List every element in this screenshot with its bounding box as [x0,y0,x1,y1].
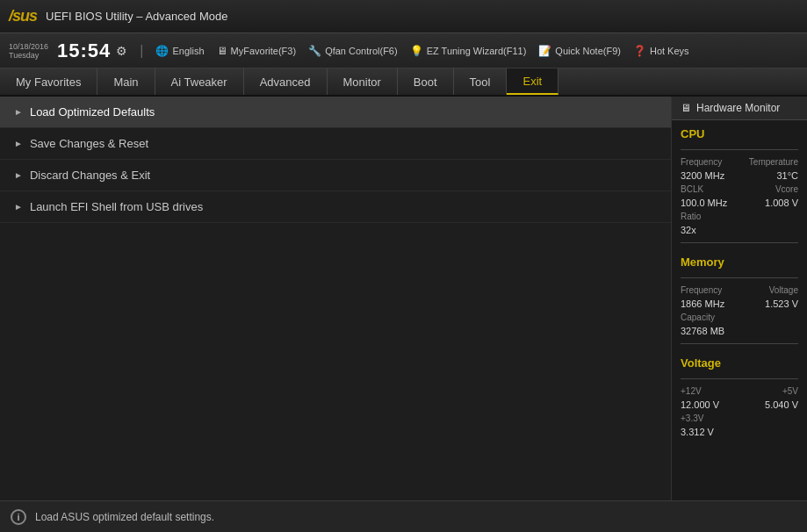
hw-row: Frequency Temperature [672,155,807,169]
status-bar: i Load ASUS optimized default settings. [0,500,807,532]
language-button[interactable]: 🌐 English [155,45,204,57]
hw-bclk-value: 100.0 MHz [681,198,727,208]
monitor-hw-icon: 🖥 [681,102,691,114]
hw-temp-label: Temperature [749,157,798,167]
nav-exit[interactable]: Exit [507,68,558,95]
question-icon: ❓ [633,45,646,57]
hw-33v-label: +3.3V [681,413,703,423]
hw-5v-label: +5V [782,386,798,396]
asus-logo: /sus [9,7,37,25]
hw-row: 32768 MB [672,324,807,338]
note-icon: 📝 [538,45,551,57]
hw-bclk-label: BCLK [681,184,703,194]
hw-cpu-label: CPU [672,120,807,144]
hw-temp-value: 31°C [776,170,798,181]
hw-divider [681,343,798,344]
hw-33v-value: 3.312 V [681,427,714,437]
hw-voltage-label: Voltage [672,349,807,373]
hw-freq-label: Frequency [681,157,722,167]
hw-mem-volt-value: 1.523 V [765,298,798,309]
content-area: ► Load Optimized Defaults ► Save Changes… [0,97,671,500]
hw-monitor-header: 🖥 Hardware Monitor [672,97,807,120]
nav-ai-tweaker[interactable]: Ai Tweaker [155,68,244,95]
header-bar: /sus UEFI BIOS Utility – Advanced Mode [0,0,807,33]
info-bar: 10/18/2016 Tuesday 15:54 ⚙ | 🌐 English 🖥… [0,33,807,68]
arrow-icon: ► [14,139,23,148]
clock-gear-icon[interactable]: ⚙ [116,44,127,58]
clock: 15:54 [57,40,111,62]
quick-note-button[interactable]: 📝 Quick Note(F9) [538,45,621,57]
hw-12v-label: +12V [681,386,702,396]
hw-vcore-label: Vcore [775,184,798,194]
hw-mem-freq-value: 1866 MHz [681,298,724,309]
hw-row: +12V +5V [672,385,807,398]
separator: | [140,43,143,59]
hw-5v-value: 5.040 V [765,399,798,410]
hw-divider [681,378,798,379]
navbar: My Favorites Main Ai Tweaker Advanced Mo… [0,68,807,97]
hw-row: +3.3V [672,412,807,425]
hw-memory-label: Memory [672,248,807,272]
hw-row: 3.312 V [672,425,807,439]
menu-item-discard-exit[interactable]: ► Discard Changes & Exit [0,160,671,191]
hw-mem-cap-label: Capacity [681,313,715,322]
hw-divider [681,149,798,150]
monitor-icon: 🖥 [217,45,227,57]
nav-tool[interactable]: Tool [454,68,508,95]
bulb-icon: 💡 [410,45,423,57]
hw-mem-cap-value: 32768 MB [681,326,724,336]
hw-row: 3200 MHz 31°C [672,169,807,183]
nav-my-favorites[interactable]: My Favorites [0,68,97,95]
hardware-monitor: 🖥 Hardware Monitor CPU Frequency Tempera… [671,97,807,500]
arrow-icon: ► [14,107,23,117]
hw-row: 100.0 MHz 1.008 V [672,196,807,210]
hw-freq-value: 3200 MHz [681,170,724,181]
nav-boot[interactable]: Boot [398,68,454,95]
hw-row: 12.000 V 5.040 V [672,398,807,412]
status-message: Load ASUS optimized default settings. [35,511,214,523]
hot-keys-button[interactable]: ❓ Hot Keys [633,45,689,57]
arrow-icon: ► [14,170,23,180]
hw-row: 1866 MHz 1.523 V [672,297,807,311]
hw-row: Frequency Voltage [672,284,807,297]
hw-mem-freq-label: Frequency [681,285,722,295]
hw-12v-value: 12.000 V [681,399,719,410]
hw-row: Capacity [672,311,807,324]
arrow-icon: ► [14,202,23,212]
menu-item-save-reset[interactable]: ► Save Changes & Reset [0,128,671,160]
myfavorite-button[interactable]: 🖥 MyFavorite(F3) [217,45,297,57]
hw-vcore-value: 1.008 V [765,198,798,208]
hw-row: Ratio [672,210,807,223]
hw-mem-volt-label: Voltage [769,285,798,295]
nav-monitor[interactable]: Monitor [328,68,398,95]
hw-row: BCLK Vcore [672,183,807,196]
nav-advanced[interactable]: Advanced [244,68,328,95]
menu-item-efi-shell[interactable]: ► Launch EFI Shell from USB drives [0,191,671,223]
hw-divider [681,242,798,243]
hw-ratio-value: 32x [681,225,696,235]
hw-row: 32x [672,223,807,237]
menu-item-load-defaults[interactable]: ► Load Optimized Defaults [0,97,671,128]
ez-tuning-button[interactable]: 💡 EZ Tuning Wizard(F11) [410,45,527,57]
datetime: 10/18/2016 Tuesday [9,42,48,60]
info-icon: i [11,509,26,525]
hw-divider [681,277,798,278]
header-title: UEFI BIOS Utility – Advanced Mode [46,10,798,23]
globe-icon: 🌐 [155,45,169,57]
fan-icon: 🔧 [308,45,321,57]
main-layout: ► Load Optimized Defaults ► Save Changes… [0,97,807,500]
qfan-button[interactable]: 🔧 Qfan Control(F6) [308,45,398,57]
hw-ratio-label: Ratio [681,212,701,221]
nav-main[interactable]: Main [97,68,155,95]
